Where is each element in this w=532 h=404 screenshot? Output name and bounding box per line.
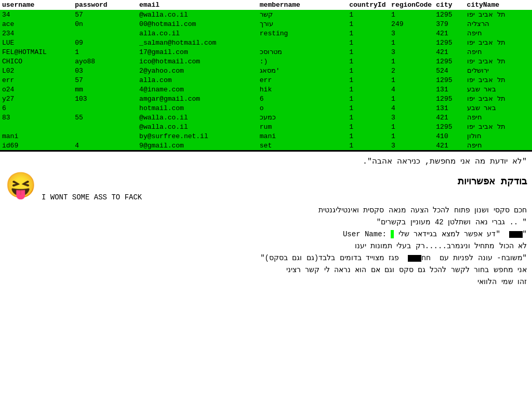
table-body: 3457@walla.co.ilקשר111295תל אביב יפוace0…: [0, 10, 532, 150]
cell-email: ico@hotmail.com: [137, 57, 258, 66]
cell-countryId: 1: [347, 57, 389, 66]
cell-username: 234: [0, 29, 73, 38]
cell-regionCode: 1: [389, 38, 434, 47]
col-header-membername: membername: [258, 0, 347, 10]
cell-city: 524: [434, 66, 464, 75]
cell-membername: hik: [258, 85, 347, 94]
table-row: ace0n00@hotmail.comעורך1249379הרצליה: [0, 19, 532, 29]
data-table: username password email membername count…: [0, 0, 532, 150]
cell-regionCode: 1: [389, 94, 434, 103]
hebrew-line-7: זהו שמי הלוואי: [42, 277, 527, 288]
cell-cityName: תל אביב יפו: [465, 122, 532, 131]
cell-membername: set: [258, 141, 347, 150]
cell-membername: כמעכ: [258, 113, 347, 122]
cell-username: 34: [0, 10, 73, 19]
cell-membername: rum: [258, 122, 347, 131]
cell-countryId: 1: [347, 113, 389, 122]
cell-regionCode: 1: [389, 75, 434, 85]
cell-cityName: תל אביב יפו: [465, 57, 532, 66]
cell-city: 421: [434, 47, 464, 57]
cell-city: 131: [434, 85, 464, 94]
cell-email: amgar@gmail.com: [137, 94, 258, 103]
cell-regionCode: 1: [389, 57, 434, 66]
cell-city: 1295: [434, 122, 464, 131]
col-header-regioncode: regionCode: [389, 0, 434, 10]
cell-city: 1295: [434, 10, 464, 19]
cell-cityName: חיפה: [465, 141, 532, 150]
cell-membername: resting: [258, 29, 347, 38]
cell-membername: מסאג': [258, 66, 347, 75]
cell-cityName: חיפה: [465, 113, 532, 122]
cell-cityName: חיפה: [465, 47, 532, 57]
cell-password: 4: [73, 141, 137, 150]
col-header-city: city: [434, 0, 464, 10]
cell-email: alla.com: [137, 75, 258, 85]
cell-password: mm: [73, 85, 137, 94]
cell-email: @walla.co.il: [137, 113, 258, 122]
cell-regionCode: 3: [389, 29, 434, 38]
cell-email: 2@yahoo.com: [137, 66, 258, 75]
cell-city: 131: [434, 103, 464, 113]
cell-countryId: 1: [347, 10, 389, 19]
table-row: maniby@surfree.net.ilmani11410חולון: [0, 131, 532, 141]
table-row: 6hotmail.como14131באר שבע: [0, 103, 532, 113]
cell-cityName: באר שבע: [465, 103, 532, 113]
cell-password: 57: [73, 75, 137, 85]
cell-password: ayo88: [73, 57, 137, 66]
hebrew-line-3: " User Name: ‪​ דע אפשר למצא בגיידאר שלי…: [42, 229, 527, 240]
cell-membername: :): [258, 57, 347, 66]
table-row: o24mm4@iname.comhik14131באר שבע: [0, 85, 532, 94]
cell-membername: קשר: [258, 10, 347, 19]
cell-password: 1: [73, 47, 137, 57]
cell-city: 421: [434, 29, 464, 38]
cell-city: 1295: [434, 38, 464, 47]
table-row: 234alla.co.ilresting13421חיפה: [0, 29, 532, 38]
cell-membername: 6: [258, 94, 347, 103]
cell-countryId: 1: [347, 131, 389, 141]
cell-regionCode: 1: [389, 131, 434, 141]
cell-city: 1295: [434, 57, 464, 66]
cell-password: [73, 131, 137, 141]
cell-cityName: חולון: [465, 131, 532, 141]
cell-countryId: 1: [347, 75, 389, 85]
cell-email: 17@gmail.com: [137, 47, 258, 57]
english-line: I WONT SOME ASS TO FACK: [42, 192, 527, 203]
cell-username: 6: [0, 103, 73, 113]
cell-countryId: 1: [347, 85, 389, 94]
table-header-row: username password email membername count…: [0, 0, 532, 10]
cell-email: 9@gmail.com: [137, 141, 258, 150]
cell-membername: o: [258, 103, 347, 113]
section-with-emoji: בודקת אפשרויות I WONT SOME ASS TO FACK ח…: [5, 174, 527, 289]
section-title: בודקת אפשרויות: [42, 174, 527, 190]
cell-countryId: 1: [347, 141, 389, 150]
cell-username: [0, 122, 73, 131]
cell-countryId: 1: [347, 103, 389, 113]
cell-regionCode: 1: [389, 122, 434, 131]
table-row: CHICOayo88ico@hotmail.com:)111295תל אביב…: [0, 57, 532, 66]
cell-email: _salman@hotmail.com: [137, 38, 258, 47]
cell-city: 1295: [434, 75, 464, 85]
cell-countryId: 1: [347, 66, 389, 75]
table-row: id6949@gmail.comset13421חיפה: [0, 141, 532, 150]
hebrew-line-4: לא הכול מתחיל וניגמרב.....רק בעלי תמונות…: [42, 241, 527, 252]
cell-membername: עורך: [258, 19, 347, 29]
table-row: err57alla.comerr111295תל אביב יפו: [0, 75, 532, 85]
table-row: 3457@walla.co.ilקשר111295תל אביב יפו: [0, 10, 532, 19]
hebrew-line-1: חכם סקסי ושנון פתוח להכל הצעה מנאה סקסית…: [42, 205, 527, 216]
cell-cityName: תל אביב יפו: [465, 38, 532, 47]
cell-username: LUE: [0, 38, 73, 47]
col-header-countryid: countryId: [347, 0, 389, 10]
cell-username: 83: [0, 113, 73, 122]
cell-regionCode: 3: [389, 141, 434, 150]
table-row: @walla.co.ilrum111295תל אביב יפו: [0, 122, 532, 131]
cell-username: mani: [0, 131, 73, 141]
cell-membername: err: [258, 75, 347, 85]
cell-username: id69: [0, 141, 73, 150]
cell-email: hotmail.com: [137, 103, 258, 113]
cell-password: [73, 122, 137, 131]
text-section: "לא יודעת מה אני מחפשת, כניראה אהבה". בו…: [0, 152, 532, 296]
cell-city: 421: [434, 113, 464, 122]
col-header-password: password: [73, 0, 137, 10]
table-row: y27103amgar@gmail.com6111295תל אביב יפו: [0, 94, 532, 103]
table-row: 8355@walla.co.ilכמעכ13421חיפה: [0, 113, 532, 122]
